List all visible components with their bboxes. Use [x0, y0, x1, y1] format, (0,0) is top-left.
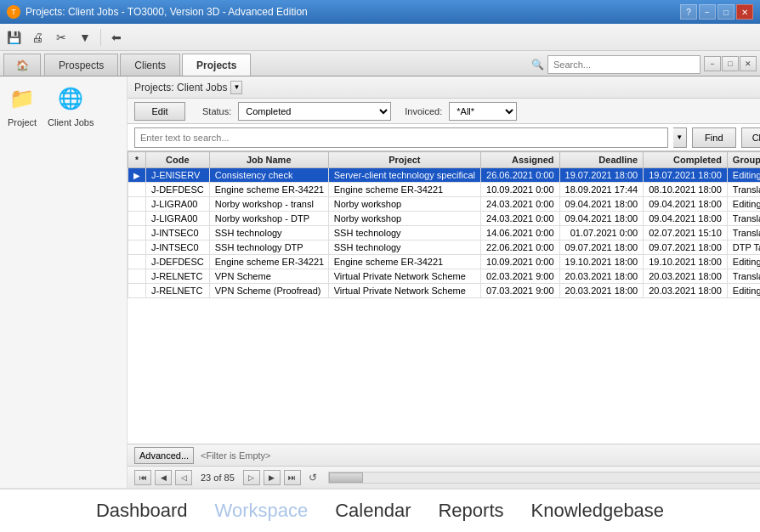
table-cell: Translation — [727, 226, 760, 241]
table-row[interactable]: J-DEFDESCEngine scheme ER-34221Engine sc… — [128, 183, 761, 197]
quick-access-client-jobs[interactable]: 🌐 Client Jobs — [48, 83, 94, 481]
table-cell: Norby workshop - transl — [209, 197, 328, 212]
nav-dashboard[interactable]: Dashboard — [96, 500, 188, 522]
table-cell: 10.09.2021 0:00 — [481, 183, 560, 197]
cut-button[interactable]: ✂ — [51, 27, 71, 48]
edit-button[interactable]: Edit — [134, 102, 185, 121]
prev-record-button[interactable]: ◁ — [175, 470, 192, 485]
table-row[interactable]: J-LIGRA00Norby workshop - DTPNorby works… — [128, 212, 761, 226]
search-filter-bar: ▼ Find Clear — [128, 124, 760, 151]
nav-knowledgebase[interactable]: Knowledgebase — [531, 500, 665, 522]
table-cell: DTP Tasks — [727, 241, 760, 255]
next-page-button[interactable]: ▶ — [264, 470, 281, 485]
content-area: 📁 Project 🌐 Client Jobs Projects: Client… — [0, 76, 760, 488]
last-page-button[interactable]: ⏭ — [284, 470, 301, 485]
status-dropdown[interactable]: Completed All In Progress Pending — [238, 102, 391, 121]
horizontal-scrollbar[interactable] — [328, 472, 760, 484]
table-row[interactable]: J-INTSEC0SSH technologySSH technology14.… — [128, 226, 761, 241]
nav-workspace[interactable]: Workspace — [215, 500, 309, 522]
back-button[interactable]: ⬅ — [106, 27, 127, 48]
table-cell: 26.06.2021 0:00 — [481, 168, 560, 183]
col-header-assigned[interactable]: Assigned — [481, 152, 560, 168]
table-cell — [128, 226, 146, 241]
table-cell: 24.03.2021 0:00 — [481, 197, 560, 212]
breadcrumb: Projects: Client Jobs — [134, 82, 227, 93]
close-button[interactable]: ✕ — [736, 4, 753, 20]
maximize-button[interactable]: □ — [717, 4, 734, 20]
home-button[interactable]: 🏠 — [3, 54, 41, 76]
breadcrumb-dropdown[interactable]: ▼ — [230, 81, 242, 94]
main-toolbar: 💾 🖨 ✂ ▼ ⬅ — [0, 24, 760, 51]
table-row[interactable]: J-INTSEC0SSH technology DTPSSH technolog… — [128, 241, 761, 255]
table-cell: 20.03.2021 18:00 — [644, 269, 728, 284]
table-cell: J-DEFDESC — [146, 255, 210, 269]
nav-reports[interactable]: Reports — [438, 500, 503, 522]
nav-minimize-button[interactable]: − — [704, 56, 721, 71]
table-row[interactable]: J-RELNETCVPN Scheme (Proofread)Virtual P… — [128, 284, 761, 298]
advanced-button[interactable]: Advanced... — [134, 447, 194, 464]
breadcrumb-bar: Projects: Client Jobs ▼ ▲ — [128, 76, 760, 99]
table-row[interactable]: ▶J-ENISERVConsistency checkServer-client… — [128, 168, 761, 183]
nav-close-button[interactable]: ✕ — [740, 56, 757, 71]
table-cell: Server-client technology specifical — [328, 168, 480, 183]
table-cell: 09.07.2021 18:00 — [644, 241, 728, 255]
first-page-button[interactable]: ⏮ — [134, 470, 151, 485]
col-header-group[interactable]: Group of Se — [727, 152, 760, 168]
table-cell: 19.07.2021 18:00 — [644, 168, 728, 183]
tab-clients[interactable]: Clients — [120, 54, 180, 76]
client-jobs-icon: 🌐 — [55, 83, 86, 114]
table-cell: Engine scheme ER-34221 — [209, 183, 328, 197]
minimize-button[interactable]: − — [699, 4, 716, 20]
clear-button[interactable]: Clear — [741, 127, 760, 148]
save-button[interactable]: 💾 — [3, 27, 24, 48]
refresh-button[interactable]: ↺ — [304, 470, 321, 485]
jobs-table: * Code Job Name Project Assigned Deadlin… — [128, 151, 760, 298]
invoiced-dropdown[interactable]: *All* Yes No — [449, 102, 517, 121]
table-cell: 09.04.2021 18:00 — [644, 212, 728, 226]
title-bar: T Projects: Client Jobs - TO3000, Versio… — [0, 0, 760, 24]
table-cell: 20.03.2021 18:00 — [559, 284, 644, 298]
nav-calendar[interactable]: Calendar — [335, 500, 411, 522]
table-cell — [128, 241, 146, 255]
table-cell: Engine scheme ER-34221 — [328, 183, 480, 197]
bottom-nav: Dashboard Workspace Calendar Reports Kno… — [0, 488, 760, 532]
find-button[interactable]: Find — [692, 127, 736, 148]
table-cell: Editing — [727, 168, 760, 183]
table-cell: 02.03.2021 9:00 — [481, 269, 560, 284]
pagination-bar: ⏮ ◀ ◁ 23 of 85 ▷ ▶ ⏭ ↺ ▶ — [128, 466, 760, 488]
dropdown-button[interactable]: ▼ — [75, 27, 95, 48]
col-header-project[interactable]: Project — [328, 152, 480, 168]
tab-projects[interactable]: Projects — [182, 54, 251, 76]
search-filter-dropdown-btn[interactable]: ▼ — [673, 127, 687, 148]
col-header-marker: * — [128, 152, 146, 168]
title-bar-controls: ? − □ ✕ — [680, 4, 753, 20]
col-header-deadline[interactable]: Deadline — [559, 152, 644, 168]
table-row[interactable]: J-LIGRA00Norby workshop - translNorby wo… — [128, 197, 761, 212]
table-cell: 19.10.2021 18:00 — [559, 255, 644, 269]
tab-prospects[interactable]: Prospects — [44, 54, 118, 76]
table-cell: 10.09.2021 0:00 — [481, 255, 560, 269]
scrollbar-thumb — [329, 473, 363, 483]
table-cell: Virtual Private Network Scheme — [328, 269, 480, 284]
table-row[interactable]: J-RELNETCVPN SchemeVirtual Private Netwo… — [128, 269, 761, 284]
nav-maximize-button[interactable]: □ — [722, 56, 739, 71]
search-filter-input[interactable] — [134, 127, 668, 148]
table-cell: SSH technology — [209, 226, 328, 241]
quick-access-project[interactable]: 📁 Project — [7, 83, 37, 481]
tab-projects-label: Projects — [196, 59, 236, 71]
col-header-completed[interactable]: Completed — [644, 152, 728, 168]
home-icon: 🏠 — [16, 59, 29, 71]
col-header-code[interactable]: Code — [146, 152, 210, 168]
table-cell: J-LIGRA00 — [146, 212, 210, 226]
sidebar-panel: 📁 Project 🌐 Client Jobs — [0, 76, 128, 488]
table-row[interactable]: J-DEFDESCEngine scheme ER-34221Engine sc… — [128, 255, 761, 269]
col-header-job[interactable]: Job Name — [209, 152, 328, 168]
help-button[interactable]: ? — [680, 4, 697, 20]
print-button[interactable]: 🖨 — [27, 27, 48, 48]
table-header-row: * Code Job Name Project Assigned Deadlin… — [128, 152, 761, 168]
search-input[interactable] — [547, 55, 700, 74]
prev-page-button[interactable]: ◀ — [155, 470, 172, 485]
next-record-button[interactable]: ▷ — [243, 470, 260, 485]
table-cell: 02.07.2021 15:10 — [644, 226, 728, 241]
table-cell: SSH technology DTP — [209, 241, 328, 255]
